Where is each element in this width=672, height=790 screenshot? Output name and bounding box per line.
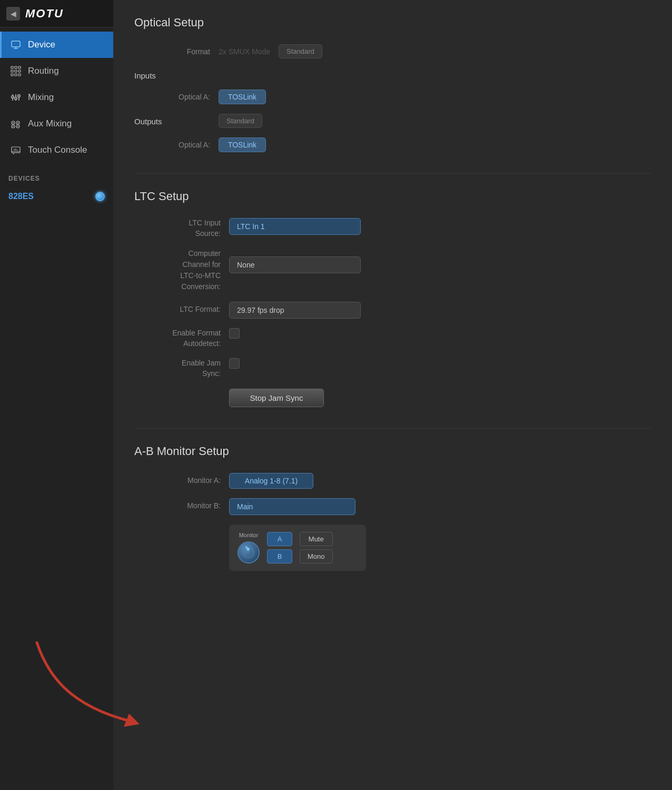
sidebar: ◀ MOTU Device bbox=[0, 0, 113, 790]
monitor-a-button[interactable]: A bbox=[267, 532, 292, 546]
svg-point-24 bbox=[17, 122, 18, 123]
optical-setup-section: Optical Setup Format 2x SMUX Mode Standa… bbox=[134, 16, 651, 152]
monitor-b-label: Monitor B: bbox=[134, 498, 229, 510]
sidebar-nav: Device Routing bbox=[0, 27, 113, 167]
motu-logo: MOTU bbox=[25, 7, 64, 21]
ab-monitor-setup-section: A-B Monitor Setup Monitor A: Analog 1-8 … bbox=[134, 445, 651, 571]
ltc-input-source-label: LTC InputSource: bbox=[134, 218, 229, 239]
computer-channel-row: ComputerChannel forLTC-to-MTCConversion:… bbox=[134, 248, 651, 292]
svg-point-22 bbox=[13, 122, 14, 123]
svg-rect-3 bbox=[11, 66, 13, 68]
svg-point-23 bbox=[13, 126, 14, 127]
ltc-format-dropdown[interactable]: 29.97 fps drop bbox=[229, 302, 361, 319]
outputs-row: Outputs Standard bbox=[134, 114, 651, 128]
device-828es[interactable]: 828ES bbox=[0, 185, 113, 208]
ab-monitor-title: A-B Monitor Setup bbox=[134, 445, 651, 458]
section-divider-2 bbox=[134, 428, 651, 429]
touch-console-icon bbox=[10, 144, 22, 156]
monitor-controls: Monitor A B Mute Mono bbox=[229, 525, 366, 571]
monitor-b-row: Monitor B: Main bbox=[134, 498, 651, 515]
mixing-icon bbox=[10, 92, 22, 103]
svg-marker-34 bbox=[124, 714, 140, 727]
computer-channel-dropdown[interactable]: None bbox=[229, 256, 361, 273]
output-standard-btn[interactable]: Standard bbox=[219, 114, 262, 128]
svg-rect-11 bbox=[18, 74, 21, 76]
inputs-label: Inputs bbox=[134, 68, 219, 80]
monitor-a-row: Monitor A: Analog 1-8 (7.1) bbox=[134, 473, 651, 489]
monitor-a-dropdown[interactable]: Analog 1-8 (7.1) bbox=[229, 473, 313, 489]
monitor-knob-label: Monitor bbox=[238, 532, 260, 538]
optical-a-input-btn[interactable]: TOSLink bbox=[219, 90, 266, 104]
svg-point-15 bbox=[12, 96, 14, 98]
optical-a-output-btn[interactable]: TOSLink bbox=[219, 137, 266, 152]
ltc-setup-section: LTC Setup LTC InputSource: LTC In 1 Comp… bbox=[134, 190, 651, 407]
svg-rect-0 bbox=[12, 41, 20, 47]
sidebar-item-device[interactable]: Device bbox=[0, 32, 113, 58]
monitor-ab-buttons: A B bbox=[267, 532, 292, 564]
mono-button[interactable]: Mono bbox=[300, 549, 333, 564]
format-value: 2x SMUX Mode bbox=[219, 47, 270, 56]
enable-format-checkbox[interactable] bbox=[229, 328, 240, 339]
outputs-label: Outputs bbox=[134, 114, 219, 126]
monitor-b-dropdown[interactable]: Main bbox=[229, 498, 355, 515]
aux-mixing-icon bbox=[10, 118, 22, 130]
optical-a-output-row: Optical A: TOSLink bbox=[134, 137, 651, 152]
svg-point-25 bbox=[17, 126, 18, 127]
monitor-knob-container: Monitor bbox=[238, 532, 260, 564]
back-button[interactable]: ◀ bbox=[6, 7, 20, 21]
monitor-knob[interactable] bbox=[238, 541, 260, 564]
device-name: 828ES bbox=[8, 192, 34, 201]
sidebar-item-touch-console[interactable]: Touch Console bbox=[0, 137, 113, 163]
sidebar-item-label-device: Device bbox=[28, 39, 55, 50]
optical-a-input-label: Optical A: bbox=[134, 90, 219, 101]
computer-channel-label: ComputerChannel forLTC-to-MTCConversion: bbox=[134, 248, 229, 292]
svg-rect-4 bbox=[15, 66, 17, 68]
svg-rect-7 bbox=[15, 70, 17, 72]
main-content: Optical Setup Format 2x SMUX Mode Standa… bbox=[113, 0, 672, 790]
ltc-format-row: LTC Format: 29.97 fps drop bbox=[134, 302, 651, 319]
svg-point-16 bbox=[15, 97, 17, 100]
sidebar-item-routing[interactable]: Routing bbox=[0, 58, 113, 84]
svg-rect-9 bbox=[11, 74, 13, 76]
routing-icon bbox=[10, 65, 22, 77]
ltc-format-label: LTC Format: bbox=[134, 302, 229, 313]
sidebar-item-mixing[interactable]: Mixing bbox=[0, 84, 113, 111]
ltc-setup-title: LTC Setup bbox=[134, 190, 651, 203]
svg-point-28 bbox=[13, 153, 14, 154]
enable-jam-checkbox[interactable] bbox=[229, 358, 240, 369]
monitor-b-button[interactable]: B bbox=[267, 549, 292, 564]
monitor-a-label: Monitor A: bbox=[134, 473, 229, 485]
mute-button[interactable]: Mute bbox=[300, 532, 333, 546]
sidebar-item-aux-mixing[interactable]: Aux Mixing bbox=[0, 111, 113, 137]
optical-a-output-label: Optical A: bbox=[134, 137, 219, 149]
svg-rect-5 bbox=[18, 66, 21, 68]
devices-section-label: DEVICES bbox=[0, 170, 113, 185]
device-icon bbox=[10, 39, 22, 51]
format-standard-btn[interactable]: Standard bbox=[279, 44, 322, 58]
sidebar-item-label-routing: Routing bbox=[28, 66, 59, 76]
enable-jam-row: Enable JamSync: bbox=[134, 358, 651, 379]
format-row: Format 2x SMUX Mode Standard bbox=[134, 44, 651, 58]
annotation-arrow bbox=[113, 632, 211, 737]
stop-jam-sync-button[interactable]: Stop Jam Sync bbox=[229, 389, 324, 407]
mute-mono-buttons: Mute Mono bbox=[300, 532, 333, 564]
format-label: Format bbox=[134, 44, 219, 56]
sidebar-header: ◀ MOTU bbox=[0, 0, 113, 27]
device-status-dot bbox=[95, 192, 105, 201]
optical-a-input-row: Optical A: TOSLink bbox=[134, 90, 651, 104]
sidebar-item-label-mixing: Mixing bbox=[28, 92, 54, 103]
optical-setup-title: Optical Setup bbox=[134, 16, 651, 29]
svg-point-17 bbox=[18, 95, 21, 97]
ltc-input-source-dropdown[interactable]: LTC In 1 bbox=[229, 218, 361, 235]
svg-rect-6 bbox=[11, 70, 13, 72]
sidebar-item-label-aux-mixing: Aux Mixing bbox=[28, 118, 72, 129]
sidebar-item-label-touch-console: Touch Console bbox=[28, 145, 87, 155]
stop-jam-sync-row: Stop Jam Sync bbox=[134, 389, 651, 407]
monitor-controls-row: Monitor A B Mute Mono bbox=[134, 525, 651, 571]
inputs-row: Inputs bbox=[134, 68, 651, 80]
section-divider-1 bbox=[134, 173, 651, 174]
svg-point-33 bbox=[248, 548, 250, 550]
svg-rect-10 bbox=[15, 74, 17, 76]
enable-format-row: Enable FormatAutodetect: bbox=[134, 328, 651, 349]
ltc-input-source-row: LTC InputSource: LTC In 1 bbox=[134, 218, 651, 239]
